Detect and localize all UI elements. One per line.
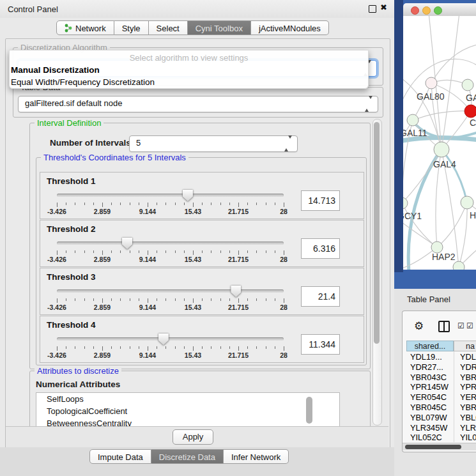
slider-track[interactable]	[57, 194, 284, 197]
tick-mark	[184, 298, 185, 301]
table-data-combobox[interactable]: galFiltered.sif default node	[18, 96, 378, 112]
tab-infer-network[interactable]: Infer Network	[224, 449, 289, 464]
attributes-scrollbar-thumb[interactable]	[306, 397, 312, 424]
tick-label: 9.144	[139, 351, 156, 359]
table-cell-name[interactable]: YBR0	[460, 403, 476, 413]
tab-impute-data[interactable]: Impute Data	[89, 449, 151, 464]
tab-cyni-toolbox[interactable]: Cyni Toolbox	[188, 20, 251, 35]
slider-handle[interactable]	[158, 334, 169, 345]
slider-track[interactable]	[57, 289, 284, 293]
table-cell-name[interactable]: YBR0	[460, 372, 476, 383]
tab-network[interactable]: Network	[56, 20, 114, 35]
network-node-gal80[interactable]	[426, 77, 437, 89]
threshold-value-field[interactable]: 14.713	[301, 190, 340, 211]
node-label-gal80: GAL80	[417, 91, 445, 102]
table-cell-name[interactable]: YDL1	[460, 352, 476, 362]
tick-mark	[220, 250, 221, 253]
tick-mark	[66, 203, 66, 205]
threshold-row-1: Threshold 1-3.4262.8599.14415.4321.71528…	[40, 172, 364, 219]
table-cell-shared-name[interactable]: YDL19...	[410, 352, 452, 362]
table-cell-name[interactable]: YLR3	[460, 423, 476, 433]
panel-scrollbar[interactable]	[372, 119, 382, 426]
slider-track[interactable]	[57, 337, 284, 341]
table-cell-shared-name[interactable]: YER054C	[410, 392, 452, 403]
tick-mark	[165, 203, 166, 205]
network-node-c[interactable]	[464, 105, 476, 118]
panel-title: Control Panel	[8, 4, 58, 14]
tab-jactivemnodules[interactable]: jActiveMNodules	[251, 20, 329, 35]
network-window-titlebar[interactable]	[403, 3, 476, 17]
threshold-value-field[interactable]: 11.344	[301, 334, 340, 355]
table-cell-name[interactable]: YDR2	[460, 362, 476, 372]
tick-label: 9.144	[139, 256, 156, 263]
table-cell-shared-name[interactable]: YLR345W	[410, 423, 452, 433]
table-cell-name[interactable]: YER0	[460, 392, 476, 403]
thresholds-group-title: Threshold's Coordinates for 5 Intervals	[41, 153, 188, 162]
tick-mark	[184, 346, 185, 349]
panel-scrollbar-thumb[interactable]	[374, 122, 380, 344]
network-node-h[interactable]	[461, 196, 473, 209]
threshold-value-field[interactable]: 21.4	[301, 286, 340, 307]
attribute-item-selfloops[interactable]: SelfLoops	[36, 393, 339, 405]
checkbox-icon[interactable]: ☑	[457, 321, 464, 330]
tick-mark	[211, 203, 211, 205]
tick-mark	[93, 203, 94, 205]
network-node-gcy1[interactable]	[403, 197, 408, 209]
network-canvas[interactable]: GAL80GACGAL11GAL4GCY1HHAP2	[403, 16, 476, 270]
network-node-ga[interactable]	[462, 79, 473, 91]
zoom-traffic-light-icon[interactable]	[434, 6, 442, 15]
node-label-hap2: HAP2	[432, 252, 456, 262]
table-cell-shared-name[interactable]: YBL079W	[410, 413, 452, 423]
tab-select[interactable]: Select	[149, 20, 188, 35]
algorithm-option-equal-width-frequency-discretization[interactable]: Equal Width/Frequency Discretization	[10, 76, 368, 88]
checkbox-icon[interactable]: ☑	[466, 321, 473, 330]
table-cell-shared-name[interactable]: YPR145W	[410, 382, 452, 392]
tick-mark	[120, 298, 121, 301]
minimize-traffic-light-icon[interactable]	[422, 6, 431, 15]
table-cell-shared-name[interactable]: YBR045C	[410, 403, 452, 413]
close-traffic-light-icon[interactable]	[411, 6, 419, 15]
network-node-unlabeled[interactable]	[453, 261, 464, 270]
tick-mark	[284, 250, 284, 255]
algorithm-dropdown-popup[interactable]: Select algorithm to view settings Manual…	[9, 50, 369, 89]
tick-mark	[175, 203, 176, 205]
float-icon[interactable]	[369, 5, 376, 13]
table-cell-name[interactable]: YBL0	[460, 413, 476, 423]
tick-mark	[139, 298, 139, 301]
slider-handle[interactable]	[231, 286, 241, 297]
tab-discretize-data[interactable]: Discretize Data	[151, 449, 224, 464]
tick-mark	[148, 346, 148, 351]
tick-mark	[238, 346, 239, 351]
slider-handle[interactable]	[183, 190, 193, 201]
tick-mark	[229, 346, 230, 349]
table-horizontal-scrollbar[interactable]	[403, 443, 476, 450]
table-cell-shared-name[interactable]: YBR043C	[410, 372, 452, 383]
split-view-icon[interactable]	[438, 321, 450, 332]
tick-mark	[247, 203, 248, 205]
window-shadow	[394, 0, 403, 272]
slider-track[interactable]	[57, 242, 284, 245]
numerical-attributes-list[interactable]: SelfLoopsTopologicalCoefficientBetweenne…	[36, 392, 340, 427]
table-cell-shared-name[interactable]: YDR27...	[410, 362, 452, 372]
tick-mark	[247, 250, 248, 253]
apply-button[interactable]: Apply	[173, 429, 213, 445]
attribute-item-topologicalcoefficient[interactable]: TopologicalCoefficient	[36, 405, 339, 417]
table-cell-shared-name[interactable]: YIL052C	[410, 433, 452, 443]
tab-style[interactable]: Style	[114, 20, 149, 35]
column-header-name[interactable]: na	[454, 341, 476, 351]
number-of-intervals-combobox[interactable]: 5	[129, 135, 298, 152]
close-icon[interactable]: ✖	[380, 3, 387, 12]
network-node-gal4[interactable]	[434, 142, 449, 157]
network-node-gal11[interactable]	[407, 114, 418, 126]
table-cell-name[interactable]: YIL0	[460, 433, 476, 443]
slider-handle[interactable]	[122, 238, 132, 249]
gear-icon[interactable]: ⚙	[414, 319, 424, 332]
tick-mark	[57, 203, 58, 207]
threshold-value-field[interactable]: 6.316	[301, 238, 340, 259]
table-hscrollbar-thumb[interactable]	[405, 445, 461, 449]
network-edge	[441, 150, 467, 203]
tick-mark	[238, 298, 239, 303]
algorithm-option-manual-discretization[interactable]: Manual Discretization	[10, 64, 368, 76]
column-header-shared-name[interactable]: shared...	[406, 341, 454, 351]
table-cell-name[interactable]: YPR1	[460, 382, 476, 392]
